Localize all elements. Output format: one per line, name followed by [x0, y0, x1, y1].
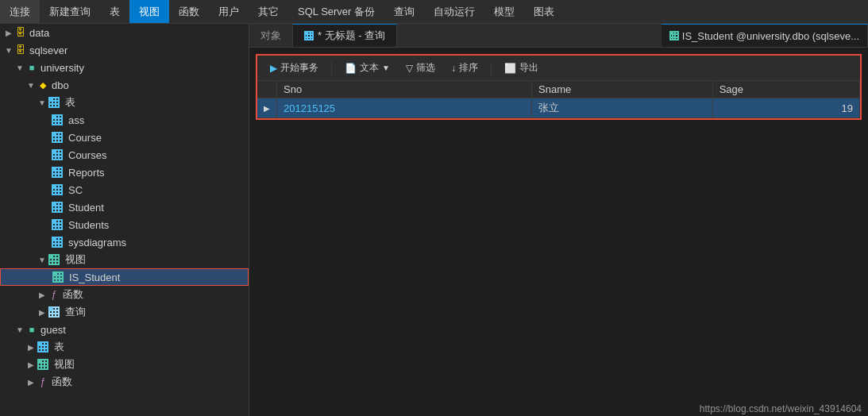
- data-table: Sno Sname Sage ▶ 201215125 张立 19: [257, 81, 860, 118]
- menu-table[interactable]: 表: [100, 0, 129, 23]
- table-icon: [51, 218, 64, 231]
- sidebar-item-ass[interactable]: ass: [0, 111, 249, 129]
- query-panel: ▶ 开始事务 📄 文本 ▼ ▽ 筛选: [256, 54, 862, 120]
- menu-other[interactable]: 其它: [249, 0, 288, 23]
- sort-button[interactable]: ↓ 排序: [445, 60, 484, 76]
- folder-icon: [48, 96, 60, 109]
- table-icon: [51, 201, 64, 214]
- sidebar-item-is-student[interactable]: IS_Student: [0, 268, 249, 286]
- table-row[interactable]: ▶ 201215125 张立 19: [257, 98, 860, 118]
- arrow-icon: ▼: [14, 64, 25, 72]
- sidebar-item-course[interactable]: Course: [0, 129, 249, 146]
- col-sno: Sno: [277, 81, 532, 98]
- menu-view[interactable]: 视图: [129, 0, 169, 23]
- menu-user[interactable]: 用户: [209, 0, 249, 23]
- cell-sno: 201215125: [277, 98, 532, 118]
- view-icon: [52, 271, 64, 283]
- tab-object[interactable]: 对象: [249, 24, 293, 47]
- table-icon: [51, 148, 64, 161]
- begin-transaction-button[interactable]: ▶ 开始事务: [264, 60, 325, 76]
- app-container: 连接 新建查询 表 视图 函数 用户 其它 SQL Server 备份 查询 自…: [0, 0, 868, 416]
- tab-query[interactable]: * 无标题 - 查询: [293, 24, 397, 47]
- filter-button[interactable]: ▽ 筛选: [399, 60, 442, 76]
- sidebar-item-student[interactable]: Student: [0, 198, 249, 216]
- table-icon: [51, 236, 64, 248]
- db-icon: 🗄: [14, 26, 27, 39]
- view-folder-icon: [37, 358, 49, 371]
- db-icon: ■: [25, 61, 38, 74]
- text-icon: 📄: [345, 63, 357, 74]
- begin-transaction-icon: ▶: [270, 63, 277, 74]
- menu-bar: 连接 新建查询 表 视图 函数 用户 其它 SQL Server 备份 查询 自…: [0, 0, 868, 24]
- func-icon: ƒ: [37, 376, 49, 388]
- arrow-icon: ▼: [25, 81, 37, 90]
- menu-model[interactable]: 模型: [484, 0, 524, 23]
- main-layout: ▶ 🗄 data ▼ 🗄 sqlsever ▼ ■ university ▼ ◆…: [0, 24, 868, 416]
- right-area: 对象 * 无标题 - 查询 IS_Student @university.dbo…: [249, 24, 868, 416]
- db-icon: ■: [25, 323, 38, 336]
- sidebar-item-queries-folder[interactable]: ▶ 查询: [0, 303, 249, 321]
- func-icon: ƒ: [48, 288, 60, 301]
- export-button[interactable]: ⬜ 导出: [498, 60, 545, 76]
- menu-function[interactable]: 函数: [169, 0, 209, 23]
- tab-right-view[interactable]: IS_Student @university.dbo (sqlseve...: [662, 24, 868, 47]
- sidebar-item-reports[interactable]: Reports: [0, 164, 249, 181]
- arrow-icon: ▼: [37, 98, 48, 107]
- sidebar-item-sc[interactable]: SC: [0, 181, 249, 198]
- right-top-bar: 对象 * 无标题 - 查询 IS_Student @university.dbo…: [249, 24, 868, 48]
- sidebar-item-university[interactable]: ▼ ■ university: [0, 59, 249, 76]
- export-icon: ⬜: [504, 63, 516, 74]
- menu-new-query[interactable]: 新建查询: [40, 0, 100, 23]
- arrow-icon: ▶: [37, 308, 48, 317]
- arrow-icon: ▶: [37, 291, 48, 299]
- query-folder-icon: [48, 306, 60, 318]
- status-url: https://blog.csdn.net/weixin_43914604: [693, 402, 868, 416]
- table-folder-icon: [37, 341, 49, 353]
- arrow-icon: ▶: [3, 29, 14, 37]
- text-button[interactable]: 📄 文本 ▼: [338, 60, 396, 76]
- sidebar-item-sqlsever[interactable]: ▼ 🗄 sqlsever: [0, 41, 249, 59]
- schema-icon: ◆: [37, 79, 49, 91]
- sidebar-item-data[interactable]: ▶ 🗄 data: [0, 24, 249, 41]
- table-icon: [51, 131, 64, 144]
- col-sname: Sname: [532, 81, 713, 98]
- cell-sname: 张立: [532, 98, 713, 118]
- menu-chart[interactable]: 图表: [524, 0, 564, 23]
- view-folder-icon: [48, 253, 60, 266]
- menu-connect[interactable]: 连接: [0, 0, 40, 23]
- toolbar-divider-2: [491, 61, 492, 75]
- sidebar-item-sysdiagrams[interactable]: sysdiagrams: [0, 233, 249, 251]
- menu-query[interactable]: 查询: [384, 0, 424, 23]
- view-tab-icon: [669, 31, 679, 40]
- sidebar-item-guest[interactable]: ▼ ■ guest: [0, 321, 249, 338]
- db-icon: 🗄: [14, 44, 27, 56]
- sidebar-item-guest-functions[interactable]: ▶ ƒ 函数: [0, 373, 249, 391]
- arrow-icon: ▶: [25, 378, 37, 387]
- filter-icon: ▽: [406, 63, 413, 74]
- sidebar-item-tables-folder[interactable]: ▼ 表: [0, 94, 249, 111]
- table-tab-icon: [304, 31, 314, 40]
- panel-toolbar: ▶ 开始事务 📄 文本 ▼ ▽ 筛选: [257, 56, 860, 81]
- col-sage: Sage: [712, 81, 859, 98]
- sidebar-item-views-folder[interactable]: ▼ 视图: [0, 251, 249, 268]
- sidebar-item-dbo[interactable]: ▼ ◆ dbo: [0, 76, 249, 94]
- arrow-icon: ▶: [25, 343, 37, 352]
- sidebar-item-students[interactable]: Students: [0, 216, 249, 233]
- sidebar-item-courses[interactable]: Courses: [0, 146, 249, 164]
- menu-sql-backup[interactable]: SQL Server 备份: [288, 0, 384, 23]
- arrow-icon: ▼: [37, 256, 48, 264]
- sidebar-item-guest-tables[interactable]: ▶ 表: [0, 338, 249, 356]
- sort-icon: ↓: [451, 63, 456, 74]
- right-content: ▶ 开始事务 📄 文本 ▼ ▽ 筛选: [249, 48, 868, 416]
- dropdown-icon: ▼: [382, 64, 390, 72]
- menu-auto-run[interactable]: 自动运行: [424, 0, 484, 23]
- sidebar: ▶ 🗄 data ▼ 🗄 sqlsever ▼ ■ university ▼ ◆…: [0, 24, 249, 416]
- sidebar-item-functions-folder[interactable]: ▶ ƒ 函数: [0, 286, 249, 303]
- arrow-icon: ▼: [14, 325, 25, 334]
- table-icon: [51, 114, 64, 126]
- table-icon: [51, 166, 64, 179]
- sidebar-item-guest-views[interactable]: ▶ 视图: [0, 356, 249, 373]
- table-icon: [51, 183, 64, 196]
- col-arrow: [257, 81, 277, 98]
- arrow-icon: ▼: [3, 46, 14, 55]
